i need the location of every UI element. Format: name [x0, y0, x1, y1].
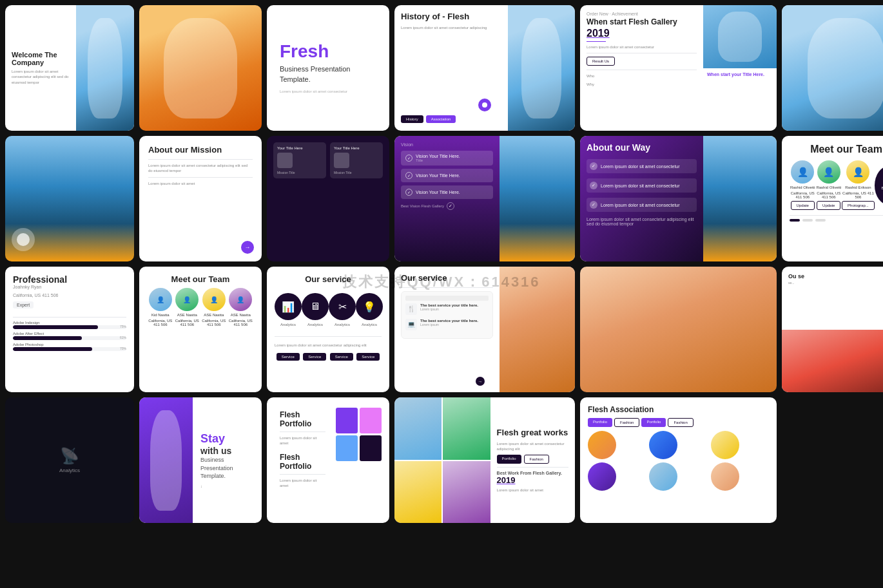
history-tab1[interactable]: History [401, 115, 423, 123]
history-body: Lorem ipsum dolor sit amet consectetur a… [401, 25, 501, 30]
vision-item-2: ✓ Vision Your Title Here. [401, 169, 493, 182]
team-sm-member-3: 👤 ASE Nastta California, US 411 506 [200, 288, 228, 327]
service-btn-1[interactable]: Service [277, 353, 300, 361]
skill-pct-2: 61% [120, 336, 126, 339]
history-tab2[interactable]: Association [426, 115, 456, 123]
skill-bar-1: Adobe Indesign 75% [13, 321, 126, 329]
partial-service-title: Ou se [788, 273, 883, 280]
mission-arrow-btn[interactable]: → [241, 241, 254, 254]
skill-track-1: 75% [13, 325, 126, 329]
works-photo-4 [443, 461, 490, 524]
assoc-nav: Portfolio Fashion Portfolio Fashion [588, 418, 769, 427]
assoc-tab-3[interactable]: Portfolio [641, 418, 666, 427]
service-title: Our service [275, 274, 382, 284]
skill-pct-1: 75% [120, 325, 126, 328]
way-check-2: ✓ [590, 182, 597, 189]
team-sm-name-4: ASE Nastta [231, 313, 251, 317]
skill-track-2: 61% [13, 336, 126, 340]
history-photo [508, 5, 575, 131]
phone-subtitle2: Mission Title [334, 171, 379, 175]
portfolio-img-3 [336, 435, 358, 461]
stay-photo [139, 397, 193, 523]
skill-label-1: Adobe Indesign [13, 321, 126, 325]
assoc-circles-grid [588, 431, 769, 491]
skill-fill-1 [13, 325, 98, 329]
skill-label-3: Adobe Photoshop [13, 343, 126, 346]
fresh-tagline: Lorem ipsum dolor sit amet consectetur [280, 90, 376, 93]
way-item-1: ✓ Lorem ipsum dolor sit amet consectetur [587, 159, 697, 173]
team-sm-name-2: ASE Nastta [177, 313, 197, 317]
history-text: History of - Flesh Lorem ipsum dolor sit… [394, 5, 508, 131]
service-item-1: 📊 Analytics [275, 293, 302, 327]
service-icons: 📊 Analytics 🖥 Analytics ✂ Analytics 💡 An… [275, 293, 382, 327]
about-way-card: About our Way ✓ Lorem ipsum dolor sit am… [580, 136, 777, 261]
team-btn-1[interactable]: Update [791, 201, 815, 210]
analytics-dark-card: 📡 Analytics [5, 397, 134, 523]
way-text-1: Lorem ipsum dolor sit amet consectetur [601, 164, 680, 169]
portfolio-grid [336, 405, 382, 515]
when-why: Why [587, 82, 697, 87]
service-label-3: Analytics [335, 323, 350, 327]
service-body: Lorem ipsum dolor sit amet consectetur a… [275, 343, 382, 348]
works-extra: Lorem ipsum dolor sit amet [497, 488, 568, 493]
mission-title: About our Mission [148, 145, 253, 156]
vision-item-3: ✓ Vision Your Title Here. [401, 185, 493, 199]
works-badge-2[interactable]: Fashion [524, 455, 549, 464]
assoc-tab-4[interactable]: Fashion [668, 418, 693, 427]
service-btn-2[interactable]: Service [303, 353, 326, 361]
portfolio-img-4 [360, 435, 382, 461]
mission-card: About our Mission Lorem ipsum dolor sit … [139, 136, 262, 261]
vision-text-3: Vision Your Title Here. [416, 190, 460, 194]
team-btn-3[interactable]: Photograp... [842, 201, 875, 210]
phone-title2: Your Title Here [334, 146, 379, 150]
portfolio-title-2: Flesh Portfolio [280, 453, 325, 471]
fresh-logo: Fresh [280, 43, 376, 61]
vision-text-2: Vision Your Title Here. [416, 173, 460, 178]
fresh-subtitle: Business Presentation Template. [280, 64, 376, 84]
service-photo-title: Our service [401, 273, 493, 284]
when-photo: When start your Title Here. [703, 5, 777, 131]
team-sm-loc-1: California, US 411 506 [147, 319, 174, 327]
service-item-4: 💡 Analytics [356, 293, 383, 327]
our-service-photo-card: Our service 🍴 The best service your titl… [394, 267, 575, 392]
service-label-1: Analytics [280, 323, 296, 327]
works-badge-1[interactable]: Portfolio [497, 455, 521, 464]
service-btn-4[interactable]: Service [356, 353, 380, 361]
assoc-circle-2 [649, 431, 677, 459]
assoc-tab-1[interactable]: Portfolio [588, 418, 612, 427]
building-card [5, 136, 134, 261]
when-year: 2019 [587, 28, 697, 39]
team-avatar-1: 👤 [791, 160, 814, 184]
service-row-title-1: The best service your title here. [420, 303, 478, 307]
skill-bar-3: Adobe Photoshop 70% [13, 343, 126, 351]
team-btn-2[interactable]: Update [817, 201, 840, 210]
vision-photo [500, 136, 575, 261]
assoc-tab-2[interactable]: Fashion [614, 418, 639, 427]
skill-label-2: Adobe After Effect [13, 332, 126, 336]
when-who: Who [587, 73, 697, 79]
service-label-4: Analytics [362, 323, 377, 327]
analytics-icon: 📡 [60, 447, 79, 465]
prof-title: Professional [13, 274, 126, 285]
when-btn[interactable]: Result Us [587, 57, 615, 66]
team-sm-avatar-3: 👤 [202, 288, 226, 311]
service-photo-text: Our service 🍴 The best service your titl… [394, 267, 500, 392]
team-loc-3: California, US 411 506 [842, 191, 875, 199]
service-btn-3[interactable]: Service [330, 353, 353, 361]
blue-vr-card [782, 5, 883, 131]
nav-dot-1 [790, 219, 800, 222]
best-team-badge: 🏆 Best team [875, 166, 883, 205]
vision-text-1: Vision Your Title Here. [416, 154, 460, 158]
portfolio-body-2: Lorem ipsum dolor sit amet [280, 478, 325, 489]
vision-bottom: Best Vision Flesh Gallery [401, 204, 444, 208]
service-circle-1: 📊 [275, 293, 302, 320]
prof-location: California, US 411 506 [13, 293, 126, 298]
partial-service-body: se... [788, 281, 883, 285]
skill-bar-2: Adobe After Effect 61% [13, 332, 126, 340]
skill-fill-2 [13, 336, 82, 340]
team-sm-member-4: 👤 ASE Nastta California, US 411 506 [228, 288, 255, 327]
works-badges: Portfolio Fashion [497, 455, 568, 464]
service-nav-arrow[interactable]: → [476, 377, 485, 386]
orange-vr-card [139, 5, 262, 131]
portfolio-title-1: Flesh Portfolio [280, 410, 325, 428]
